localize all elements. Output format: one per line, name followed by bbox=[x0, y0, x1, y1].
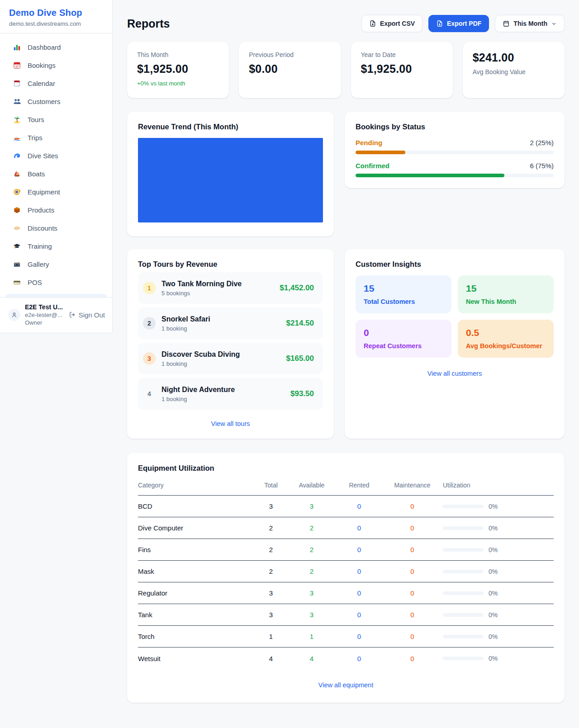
utilization-percent: 0% bbox=[489, 568, 498, 575]
sidebar-item-label: Tours bbox=[28, 116, 44, 123]
equipment-icon bbox=[13, 188, 21, 196]
stat-label: Year to Date bbox=[361, 51, 443, 58]
dive-sites-icon bbox=[13, 151, 21, 160]
dashboard-icon bbox=[13, 43, 21, 52]
view-all-equipment-link[interactable]: View all equipment bbox=[318, 681, 373, 689]
tour-name: Two Tank Morning Dive bbox=[161, 280, 274, 288]
sidebar-item-tours[interactable]: Tours bbox=[5, 111, 108, 128]
sidebar-item-customers[interactable]: Customers bbox=[5, 93, 108, 110]
sidebar-item-label: Calendar bbox=[28, 80, 55, 87]
export-pdf-button[interactable]: Export PDF bbox=[428, 15, 489, 32]
equipment-rented: 0 bbox=[337, 611, 382, 619]
stats-row: This Month $1,925.00 +0% vs last month P… bbox=[127, 42, 565, 98]
sidebar-item-trips[interactable]: Trips bbox=[5, 129, 108, 146]
table-row: BCD33000% bbox=[138, 496, 554, 517]
utilization-percent: 0% bbox=[489, 655, 498, 662]
equipment-utilization-cell: 0% bbox=[443, 590, 554, 597]
sidebar-item-dive-sites[interactable]: Dive Sites bbox=[5, 147, 108, 164]
header-actions: Export CSV Export PDF This Month bbox=[361, 15, 565, 32]
bookings-icon: 17 bbox=[13, 61, 21, 70]
equipment-table: Category Total Available Rented Maintena… bbox=[138, 482, 554, 669]
sidebar-item-dashboard[interactable]: Dashboard bbox=[5, 39, 108, 56]
equipment-available: 3 bbox=[287, 589, 337, 597]
insight-value: 15 bbox=[466, 283, 546, 294]
export-csv-button[interactable]: Export CSV bbox=[361, 15, 422, 32]
avatar bbox=[8, 309, 20, 321]
equipment-available: 2 bbox=[287, 546, 337, 553]
sidebar-item-equipment[interactable]: Equipment bbox=[5, 184, 108, 200]
bookings-by-status-card: Bookings by Status Pending 2 (25%) Confi… bbox=[345, 112, 565, 188]
sidebar-item-label: Discounts bbox=[28, 224, 57, 232]
sidebar-item-bookings[interactable]: 17Bookings bbox=[5, 57, 108, 74]
stat-label: Avg Booking Value bbox=[473, 68, 555, 76]
equipment-maintenance: 0 bbox=[382, 633, 443, 640]
insight-label: Repeat Customers bbox=[364, 342, 443, 350]
charts-row: Revenue Trend (This Month) Bookings by S… bbox=[127, 112, 565, 236]
sidebar-item-training[interactable]: Training bbox=[5, 238, 108, 255]
stat-card-avg-booking-value: $241.00 Avg Booking Value bbox=[463, 42, 565, 98]
column-header: Utilization bbox=[443, 482, 554, 489]
sidebar-item-label: Gallery bbox=[28, 260, 49, 268]
sidebar-item-boats[interactable]: Boats bbox=[5, 165, 108, 182]
equipment-utilization-cell: 0% bbox=[443, 568, 554, 575]
sidebar-active-item-partial[interactable] bbox=[5, 294, 107, 297]
insight-value: 0.5 bbox=[466, 327, 546, 338]
sidebar: Demo Dive Shop demo.test.divestreams.com… bbox=[0, 0, 113, 333]
utilization-bar bbox=[443, 613, 484, 617]
table-header-row: Category Total Available Rented Maintena… bbox=[138, 482, 554, 496]
tour-bookings: 1 booking bbox=[161, 325, 280, 332]
export-csv-label: Export CSV bbox=[380, 20, 415, 27]
tour-info: Snorkel Safari 1 booking bbox=[161, 315, 280, 332]
table-row: Tank33000% bbox=[138, 604, 554, 626]
sidebar-item-label: Boats bbox=[28, 170, 45, 178]
equipment-category: Regulator bbox=[138, 589, 255, 597]
equipment-total: 4 bbox=[255, 655, 287, 662]
list-item: 1 Two Tank Morning Dive 5 bookings $1,45… bbox=[138, 272, 323, 304]
column-header: Available bbox=[287, 482, 337, 489]
utilization-bar bbox=[443, 657, 484, 660]
view-all-tours-link[interactable]: View all tours bbox=[211, 420, 250, 427]
equipment-category: Mask bbox=[138, 567, 255, 575]
insight-tile-repeat-customers: 0 Repeat Customers bbox=[356, 320, 451, 358]
sidebar-item-label: Equipment bbox=[28, 188, 60, 196]
training-icon bbox=[13, 242, 21, 251]
equipment-available: 3 bbox=[287, 502, 337, 510]
calendar-icon bbox=[13, 79, 21, 88]
insight-value: 15 bbox=[364, 283, 443, 294]
utilization-bar bbox=[443, 548, 484, 552]
status-label-pending: Pending bbox=[356, 139, 382, 147]
sidebar-item-discounts[interactable]: Discounts bbox=[5, 220, 108, 236]
equipment-total: 3 bbox=[255, 589, 287, 597]
equipment-rented: 0 bbox=[337, 655, 382, 662]
equipment-table-body: BCD33000%Dive Computer22000%Fins22000%Ma… bbox=[138, 496, 554, 669]
equipment-available: 2 bbox=[287, 567, 337, 575]
sidebar-item-products[interactable]: Products bbox=[5, 202, 108, 218]
sidebar-item-calendar[interactable]: Calendar bbox=[5, 75, 108, 92]
status-bar-fill bbox=[356, 151, 405, 154]
sidebar-item-pos[interactable]: POS bbox=[5, 274, 108, 291]
stat-card-this-month: This Month $1,925.00 +0% vs last month bbox=[127, 42, 229, 98]
period-dropdown[interactable]: This Month bbox=[495, 15, 565, 32]
tour-amount: $165.00 bbox=[286, 354, 314, 363]
sidebar-item-gallery[interactable]: Gallery bbox=[5, 256, 108, 273]
stat-delta: +0% vs last month bbox=[137, 80, 219, 87]
equipment-maintenance: 0 bbox=[382, 524, 443, 532]
column-header: Category bbox=[138, 482, 255, 489]
lists-row: Top Tours by Revenue 1 Two Tank Morning … bbox=[127, 249, 565, 439]
card-title: Revenue Trend (This Month) bbox=[138, 123, 323, 131]
utilization-bar bbox=[443, 635, 484, 638]
period-label: This Month bbox=[513, 20, 547, 27]
equipment-utilization-cell: 0% bbox=[443, 525, 554, 532]
insight-label: Total Customers bbox=[364, 298, 443, 305]
user-panel: E2E Test U... e2e-tester@... Owner Sign … bbox=[0, 297, 112, 333]
equipment-available: 4 bbox=[287, 655, 337, 662]
view-all-customers-link[interactable]: View all customers bbox=[427, 370, 482, 377]
sign-out-button[interactable]: Sign Out bbox=[69, 311, 105, 319]
equipment-utilization-card: Equipment Utilization Category Total Ava… bbox=[127, 453, 565, 703]
brand: Demo Dive Shop demo.test.divestreams.com bbox=[0, 0, 112, 33]
chevron-down-icon bbox=[551, 21, 557, 27]
sign-out-icon bbox=[69, 311, 76, 318]
utilization-percent: 0% bbox=[489, 546, 498, 553]
user-icon bbox=[10, 311, 18, 319]
file-download-icon bbox=[369, 20, 376, 27]
